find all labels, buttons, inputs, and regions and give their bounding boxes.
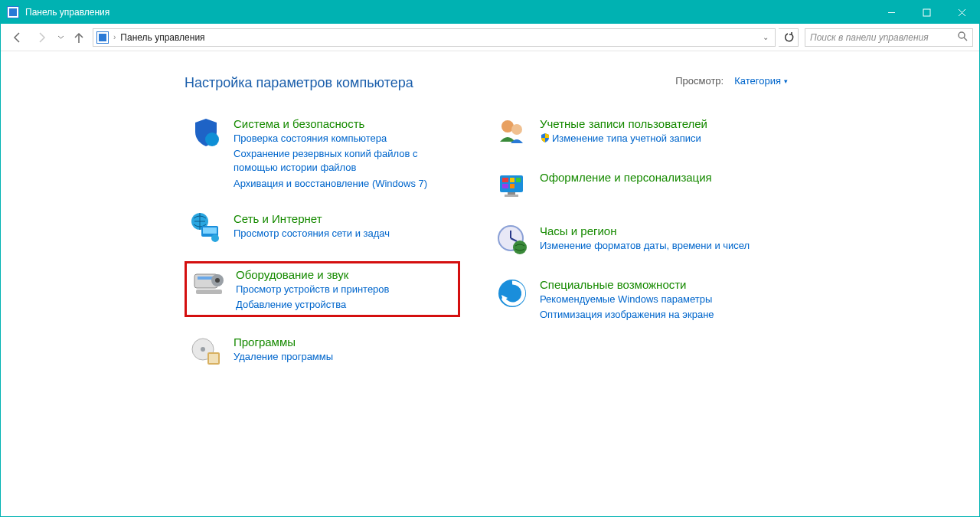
content-area: Просмотр: Категория ▾ Настройка параметр…: [1, 52, 979, 516]
svg-rect-30: [505, 195, 518, 197]
window-controls: [874, 1, 979, 24]
category-hardware-sound: Оборудование и звук Просмотр устройств и…: [185, 261, 460, 317]
view-by-value: Категория: [734, 75, 781, 87]
svg-point-11: [211, 234, 219, 242]
chevron-down-icon: ▾: [784, 77, 788, 85]
category-link[interactable]: Изменение типа учетной записи: [540, 132, 707, 146]
category-title[interactable]: Часы и регион: [540, 224, 750, 237]
address-bar[interactable]: › Панель управления ⌄: [93, 28, 776, 47]
svg-point-22: [511, 124, 522, 135]
category-link[interactable]: Удаление программы: [234, 350, 333, 364]
control-panel-location-icon: [96, 31, 109, 44]
svg-line-6: [964, 38, 967, 41]
window-title: Панель управления: [25, 7, 109, 18]
page-heading: Настройка параметров компьютера: [185, 75, 949, 91]
svg-rect-27: [502, 184, 508, 188]
up-button[interactable]: [68, 27, 90, 48]
category-programs: Программы Удаление программы: [185, 331, 460, 371]
svg-rect-1: [923, 9, 930, 16]
category-title[interactable]: Программы: [234, 335, 333, 348]
category-link[interactable]: Сохранение резервных копий файлов с помо…: [234, 147, 456, 175]
category-title[interactable]: Оформление и персонализация: [540, 171, 712, 184]
category-system-security: Система и безопасность Проверка состояни…: [185, 113, 460, 194]
category-link[interactable]: Добавление устройства: [236, 298, 389, 312]
maximize-button[interactable]: [909, 1, 944, 24]
category-title[interactable]: Система и безопасность: [234, 117, 456, 130]
search-input[interactable]: Поиск в панели управления: [805, 28, 973, 47]
svg-point-5: [959, 32, 965, 38]
svg-point-34: [513, 241, 527, 254]
category-link[interactable]: Проверка состояния компьютера: [234, 132, 456, 146]
category-clock-region: Часы и регион Изменение форматов даты, в…: [491, 220, 766, 260]
category-title[interactable]: Специальные возможности: [540, 278, 714, 291]
category-link[interactable]: Архивация и восстановление (Windows 7): [234, 177, 456, 191]
search-icon: [958, 31, 968, 44]
category-ease-of-access: Специальные возможности Рекомендуемые Wi…: [491, 273, 766, 325]
svg-point-18: [201, 347, 205, 352]
right-column: Учетные записи пользователей Изменение т…: [491, 113, 766, 371]
svg-rect-24: [502, 178, 508, 182]
view-by-label: Просмотр:: [675, 75, 724, 87]
svg-point-16: [215, 278, 220, 283]
category-columns: Система и безопасность Проверка состояни…: [185, 113, 949, 371]
recent-locations-dropdown[interactable]: [56, 34, 65, 41]
close-button[interactable]: [944, 1, 979, 24]
toolbar: › Панель управления ⌄ Поиск в панели упр…: [1, 24, 979, 51]
category-link[interactable]: Оптимизация изображения на экране: [540, 308, 714, 322]
back-button[interactable]: [7, 27, 28, 48]
category-title[interactable]: Сеть и Интернет: [234, 212, 390, 225]
svg-rect-25: [510, 178, 514, 182]
category-link[interactable]: Рекомендуемые Windows параметры: [540, 293, 714, 306]
category-appearance-personalization: Оформление и персонализация: [491, 166, 766, 206]
category-link-text: Изменение типа учетной записи: [552, 133, 701, 144]
clock-icon: [495, 223, 529, 257]
shield-icon: [189, 116, 223, 149]
titlebar: Панель управления: [1, 1, 979, 24]
category-title[interactable]: Оборудование и звук: [236, 268, 389, 281]
category-title[interactable]: Учетные записи пользователей: [540, 117, 707, 130]
view-by-dropdown[interactable]: Категория ▾: [734, 75, 788, 87]
ease-icon: [495, 276, 529, 310]
forward-button[interactable]: [31, 27, 53, 48]
svg-rect-14: [196, 290, 222, 294]
svg-rect-26: [516, 178, 521, 182]
address-dropdown-icon[interactable]: ⌄: [760, 33, 772, 41]
category-network-internet: Сеть и Интернет Просмотр состояния сети …: [185, 208, 460, 247]
left-column: Система и безопасность Проверка состояни…: [185, 113, 460, 371]
category-link[interactable]: Просмотр устройств и принтеров: [236, 283, 389, 296]
personalize-icon: [495, 169, 529, 203]
svg-rect-10: [203, 227, 217, 234]
svg-rect-28: [510, 184, 514, 188]
view-by-row: Просмотр: Категория ▾: [675, 75, 788, 87]
programs-icon: [189, 334, 223, 368]
category-link[interactable]: Изменение форматов даты, времени и чисел: [540, 239, 750, 253]
control-panel-app-icon: [7, 6, 19, 18]
users-icon: [495, 116, 529, 149]
search-placeholder: Поиск в панели управления: [810, 32, 929, 43]
minimize-button[interactable]: [874, 1, 909, 24]
svg-rect-29: [508, 192, 515, 195]
category-user-accounts: Учетные записи пользователей Изменение т…: [491, 113, 766, 152]
refresh-button[interactable]: [779, 28, 799, 47]
breadcrumb-separator-icon: ›: [113, 33, 116, 41]
network-icon: [189, 211, 223, 244]
address-location: Панель управления: [120, 32, 204, 43]
svg-rect-20: [209, 354, 218, 363]
hardware-icon: [191, 267, 225, 300]
category-link[interactable]: Просмотр состояния сети и задач: [234, 227, 390, 241]
uac-shield-icon: [540, 133, 550, 143]
